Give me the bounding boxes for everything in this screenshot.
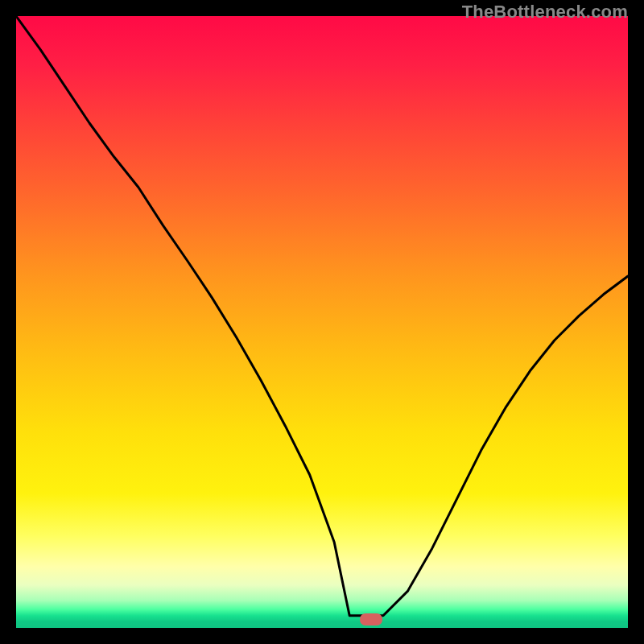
bottleneck-curve (16, 16, 628, 628)
chart-container: TheBottleneck.com (0, 0, 644, 644)
watermark-text: TheBottleneck.com (462, 2, 628, 23)
optimum-marker (360, 613, 382, 625)
